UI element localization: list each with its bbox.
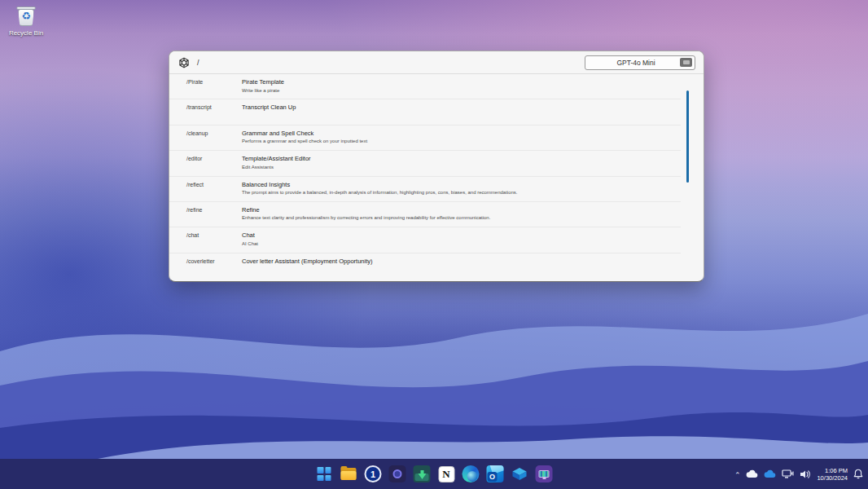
command-title: Cover letter Assistant (Employment Oppor…: [242, 258, 681, 265]
command-row[interactable]: /reflect Balanced Insights The prompt ai…: [169, 177, 681, 202]
edge-icon: [462, 465, 480, 482]
command-description: AI Chat: [242, 241, 681, 247]
recycle-bin-icon: ♻: [15, 5, 37, 28]
system-tray: ⌃ 1:06 PM 10/30/2024: [734, 459, 863, 489]
cloud-icon[interactable]: [746, 469, 758, 478]
command-description: Performs a grammar and spell check on yo…: [242, 139, 681, 144]
taskbar: 1 N O: [0, 459, 868, 489]
command-description: Write like a pirate: [242, 88, 681, 94]
command-title: Balanced Insights: [242, 181, 681, 188]
start-button[interactable]: [314, 463, 335, 485]
recycle-bin-label: Recycle Bin: [5, 29, 47, 37]
onedrive-cloud-icon[interactable]: [764, 469, 776, 478]
command-slug: /transcript: [186, 104, 242, 110]
file-explorer-icon: [341, 468, 357, 480]
command-title: Template/Assistant Editor: [242, 155, 681, 162]
taskbar-clock[interactable]: 1:06 PM 10/30/2024: [817, 467, 848, 482]
start-icon: [318, 467, 331, 481]
command-row[interactable]: /refine Refine Enhance text clarity and …: [169, 202, 681, 227]
command-slug: /coverletter: [186, 258, 242, 264]
tray-chevron-up-icon[interactable]: ⌃: [734, 471, 741, 479]
clock-date: 10/30/2024: [817, 474, 848, 482]
command-slug: /reflect: [186, 181, 242, 187]
taskbar-pinned-icons: 1 N O: [314, 459, 555, 489]
command-query-input[interactable]: /: [197, 59, 199, 67]
clock-time: 1:06 PM: [817, 467, 848, 474]
file-explorer-button[interactable]: [339, 463, 359, 485]
command-title: Transcript Clean Up: [242, 104, 681, 111]
command-row[interactable]: /coverletter Cover letter Assistant (Emp…: [169, 253, 681, 279]
1password-button[interactable]: 1: [363, 463, 384, 485]
command-description: [242, 113, 681, 119]
command-title: Refine: [242, 206, 681, 214]
prompt-launcher-window: / GPT-4o Mini /Pirate Pirate Template Wr…: [169, 51, 704, 282]
command-row[interactable]: /cleanup Grammar and Spell Check Perform…: [169, 126, 681, 151]
recycle-bin-shortcut[interactable]: ♻ Recycle Bin: [5, 5, 47, 37]
notion-button[interactable]: N: [436, 463, 457, 485]
purple-ring-app-icon: [389, 465, 406, 482]
purple-ring-app-button[interactable]: [388, 463, 408, 485]
command-row[interactable]: /editor Template/Assistant Editor Edit A…: [169, 151, 681, 176]
launcher-header: / GPT-4o Mini: [169, 51, 704, 74]
outlook-button[interactable]: O: [485, 463, 506, 485]
command-slug: /editor: [186, 155, 242, 161]
command-description: Enhance text clarity and professionalism…: [242, 215, 681, 221]
keyboard-shortcut-badge-icon: [680, 58, 692, 67]
command-slug: /refine: [186, 206, 242, 213]
command-row[interactable]: /transcript Transcript Clean Up: [169, 99, 681, 125]
command-list: /Pirate Pirate Template Write like a pir…: [169, 74, 704, 281]
model-selector-label: GPT-4o Mini: [592, 59, 680, 67]
command-slug: /cleanup: [186, 130, 242, 136]
scrollbar-thumb[interactable]: [686, 90, 689, 183]
network-icon[interactable]: [782, 469, 794, 479]
notion-icon: N: [438, 466, 454, 482]
edge-button[interactable]: [461, 463, 481, 485]
command-description: Edit Assistants: [242, 165, 681, 170]
monitor-app-icon: [536, 465, 553, 482]
command-description: The prompt aims to provide a balanced, i…: [242, 190, 681, 196]
1password-icon: 1: [365, 465, 382, 482]
volume-icon[interactable]: [800, 469, 811, 479]
notification-bell-icon[interactable]: [853, 469, 863, 479]
downloads-app-icon: [414, 465, 431, 482]
command-title: Chat: [242, 231, 681, 239]
openai-logo-icon: [178, 56, 191, 69]
blue-cube-app-button[interactable]: [510, 463, 530, 485]
command-row[interactable]: /chat Chat AI Chat: [169, 227, 681, 253]
downloads-app-button[interactable]: [412, 463, 432, 485]
command-title: Grammar and Spell Check: [242, 130, 681, 137]
monitor-app-button[interactable]: [534, 463, 555, 485]
command-row[interactable]: /Pirate Pirate Template Write like a pir…: [169, 74, 681, 99]
command-slug: /chat: [186, 231, 242, 238]
command-slug: /Pirate: [186, 78, 242, 85]
model-selector-dropdown[interactable]: GPT-4o Mini: [585, 55, 695, 70]
command-description: [242, 267, 681, 272]
blue-cube-app-icon: [511, 465, 528, 482]
wallpaper-dunes: [0, 255, 868, 459]
outlook-icon: O: [487, 465, 504, 482]
command-title: Pirate Template: [242, 78, 681, 86]
